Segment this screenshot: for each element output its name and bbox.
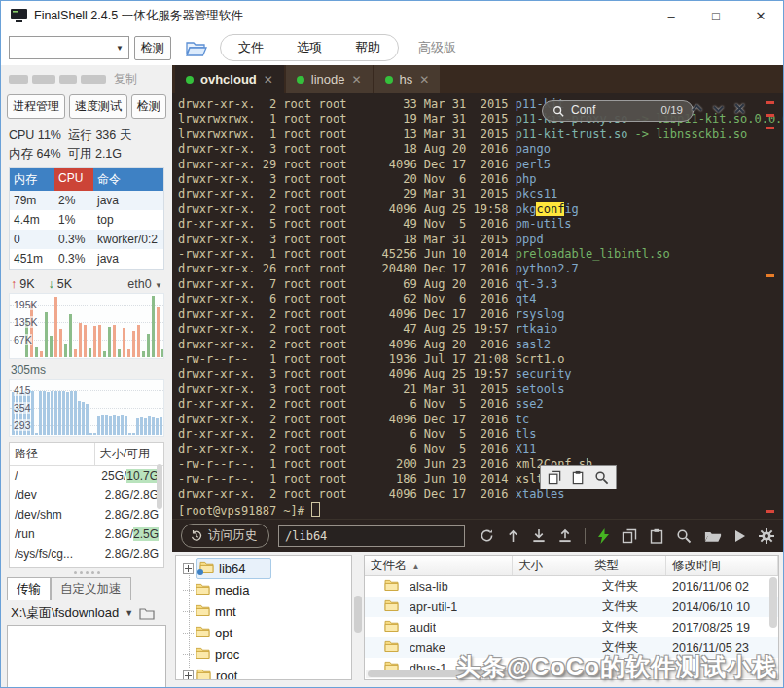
folder-icon	[378, 579, 405, 594]
chart-bar	[160, 417, 162, 435]
detect-button[interactable]: 检测	[134, 36, 171, 60]
process-col-0[interactable]: 内存	[10, 168, 54, 191]
process-col-2[interactable]: 命令	[93, 168, 163, 191]
folder-open-icon[interactable]	[704, 529, 722, 543]
redacted-block	[59, 75, 77, 84]
tree-item-opt[interactable]: opt	[176, 622, 351, 643]
sidebar-button-0[interactable]: 进程管理	[7, 94, 65, 119]
file-row-alsa-lib[interactable]: alsa-lib文件夹2016/11/06 02	[365, 576, 778, 597]
disk-col-path: 路径	[10, 443, 43, 465]
remote-path-input[interactable]	[278, 525, 465, 547]
terminal[interactable]: drwxr-xr-x. 2 root root 33 Mar 31 2015 p…	[172, 93, 783, 519]
chart-bar	[132, 331, 135, 357]
gear-icon[interactable]	[759, 528, 774, 544]
sidebar-button-2[interactable]: 检测	[131, 94, 166, 119]
tab-close-icon[interactable]: ✕	[419, 73, 429, 87]
host-combobox-input[interactable]	[10, 38, 111, 57]
tree-item-proc[interactable]: proc	[176, 643, 351, 665]
up-level-icon[interactable]	[507, 528, 519, 543]
menu-options[interactable]: 选项	[297, 39, 322, 56]
search-query[interactable]: Conf	[571, 103, 595, 118]
chart-bar	[127, 349, 130, 357]
file-type: 文件夹	[588, 598, 666, 615]
tree-scrollbar[interactable]	[352, 555, 364, 680]
sidebar-button-1[interactable]: 速度测试	[69, 94, 127, 119]
paste-icon[interactable]	[650, 528, 663, 544]
terminal-toolbar: 访问历史	[172, 519, 783, 552]
file-row-apr-util-1[interactable]: apr-util-1文件夹2014/06/10 10	[365, 597, 778, 617]
open-connection-folder-icon[interactable]	[185, 39, 208, 56]
disk-row: /run2.8G/2.5G	[10, 525, 163, 544]
chevron-down-icon[interactable]: ▼	[125, 608, 133, 618]
tab-label: linode	[311, 72, 345, 87]
transfer-list-empty[interactable]	[7, 625, 166, 687]
file-col-3[interactable]: 修改时间	[666, 556, 778, 575]
disk-table: 路径 大小/可用 /25G/10.7G/dev2.8G/2.8G/dev/shm…	[9, 442, 164, 568]
refresh-icon[interactable]	[480, 528, 494, 543]
host-combobox[interactable]: ▼	[9, 36, 129, 59]
search-icon[interactable]	[594, 470, 609, 485]
tree-item-root[interactable]: root	[176, 665, 351, 680]
chevron-down-icon[interactable]: ▼	[111, 44, 128, 53]
chart-bar	[148, 416, 151, 435]
disk-row: /25G/10.7G	[10, 466, 163, 486]
interface-select[interactable]: eth0 ▼	[127, 277, 162, 291]
history-button[interactable]: 访问历史	[181, 524, 269, 548]
close-button[interactable]: ✕	[738, 1, 783, 30]
chart-bar	[43, 391, 46, 435]
terminal-tab-hs[interactable]: hs✕	[374, 65, 441, 93]
network-header: ↑ 9K ↓ 5K eth0 ▼	[11, 277, 162, 291]
run-icon[interactable]	[734, 529, 746, 543]
chart-bar	[93, 433, 96, 435]
terminal-search-box[interactable]: Conf 0/19	[542, 100, 694, 122]
maximize-button[interactable]: □	[694, 1, 738, 30]
file-col-2[interactable]: 类型	[588, 556, 666, 575]
terminal-prompt[interactable]: [root@vps91887 ~]#	[178, 502, 783, 519]
transfer-tab-0[interactable]: 传输	[7, 577, 51, 600]
download-icon[interactable]	[532, 528, 546, 543]
disk-scrollbar[interactable]	[157, 464, 162, 509]
transfer-tab-1[interactable]: 自定义加速	[51, 577, 131, 600]
search-match-marker	[766, 274, 774, 277]
chevron-down-icon[interactable]	[712, 102, 725, 115]
copy-link[interactable]: 复制	[114, 71, 137, 88]
speed-bolt-icon[interactable]	[598, 528, 609, 544]
chart-bar	[54, 391, 57, 435]
upload-icon[interactable]	[558, 528, 572, 543]
search-icon[interactable]	[676, 528, 692, 544]
download-path-row[interactable]: X:\桌面\fsdownload ▼	[11, 604, 162, 622]
paste-icon[interactable]	[571, 470, 586, 485]
file-list-vscrollbar[interactable]	[769, 577, 777, 628]
minimize-button[interactable]: –	[649, 1, 694, 30]
ping-label: 305ms	[11, 363, 162, 377]
terminal-tab-ovhcloud[interactable]: ovhcloud✕	[175, 65, 284, 93]
tree-item-lib64[interactable]: lib64	[176, 558, 351, 579]
copy-icon[interactable]	[548, 470, 562, 485]
chart-bar	[74, 349, 77, 357]
splitter-handle[interactable]	[1, 571, 172, 574]
chevron-up-icon[interactable]	[691, 102, 703, 115]
copy-icon[interactable]	[622, 528, 637, 544]
file-col-0[interactable]: 文件名▲	[365, 556, 513, 575]
chart-bar	[105, 415, 108, 435]
tree-item-media[interactable]: media	[176, 579, 351, 600]
tab-close-icon[interactable]: ✕	[264, 73, 273, 87]
file-col-1[interactable]: 大小	[513, 556, 588, 575]
disk-size: 25G/10.7G	[101, 469, 159, 483]
download-path: X:\桌面\fsdownload	[11, 604, 119, 622]
expander-icon[interactable]	[183, 670, 194, 681]
menu-help[interactable]: 帮助	[355, 39, 380, 56]
close-search-icon[interactable]	[733, 102, 746, 115]
terminal-tab-linode[interactable]: linode✕	[286, 65, 373, 93]
file-row-audit[interactable]: audit文件夹2017/08/25 19	[365, 617, 778, 637]
search-match-marker	[766, 101, 774, 104]
folder-outline-icon[interactable]	[139, 607, 155, 620]
tab-close-icon[interactable]: ✕	[352, 73, 362, 87]
tree-item-mnt[interactable]: mnt	[176, 600, 351, 622]
chart-bar	[161, 349, 164, 357]
terminal-line: -rwxr-xr-x. 1 root root 45256 Jun 10 201…	[178, 247, 783, 262]
ping-chart: 415354293	[9, 379, 164, 437]
process-col-1[interactable]: CPU	[54, 168, 93, 191]
expander-icon[interactable]	[183, 563, 194, 574]
menu-file[interactable]: 文件	[238, 39, 264, 56]
